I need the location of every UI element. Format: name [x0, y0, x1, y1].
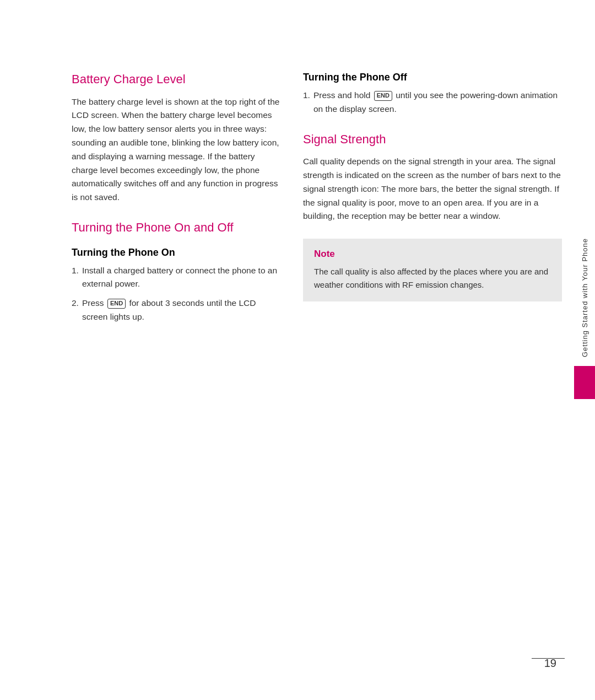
step2-prefix: Press	[82, 298, 104, 308]
signal-strength-section: Signal Strength Call quality depends on …	[303, 132, 562, 224]
step1-num: 1.	[72, 264, 79, 292]
sidebar-tab: Getting Started with Your Phone	[574, 231, 595, 399]
step2-num: 2.	[72, 297, 79, 324]
battery-charge-body: The battery charge level is shown at the…	[72, 95, 281, 204]
signal-strength-heading: Signal Strength	[303, 132, 562, 148]
turning-on-off-heading: Turning the Phone On and Off	[72, 220, 281, 236]
turning-on-step2: 2. Press END for about 3 seconds until t…	[72, 297, 281, 324]
off-step1-prefix: Press and hold	[313, 90, 370, 100]
end-icon-step2: END	[107, 299, 126, 308]
page-number: 19	[544, 657, 556, 670]
signal-strength-body: Call quality depends on the signal stren…	[303, 155, 562, 223]
sidebar-accent	[574, 366, 595, 399]
end-icon-off: END	[374, 91, 392, 100]
off-step1-num: 1.	[303, 89, 310, 116]
turning-on-step1: 1. Install a charged battery or connect …	[72, 264, 281, 292]
note-box: Note The call quality is also affected b…	[303, 239, 562, 301]
main-content: Battery Charge Level The battery charge …	[0, 0, 595, 700]
turning-off-heading: Turning the Phone Off	[303, 72, 562, 83]
battery-charge-heading: Battery Charge Level	[72, 72, 281, 88]
note-heading: Note	[314, 249, 551, 260]
turning-off-section: Turning the Phone Off 1. Press and hold …	[303, 72, 562, 116]
turning-off-list: 1. Press and hold END until you see the …	[303, 89, 562, 116]
off-step1-content: Press and hold END until you see the pow…	[313, 89, 562, 116]
note-body: The call quality is also affected by the…	[314, 265, 551, 292]
right-column: Turning the Phone Off 1. Press and hold …	[303, 72, 562, 667]
step1-text: Install a charged battery or connect the…	[82, 264, 281, 292]
turning-off-step1: 1. Press and hold END until you see the …	[303, 89, 562, 116]
turning-on-subheading: Turning the Phone On	[72, 247, 281, 259]
page-container: Battery Charge Level The battery charge …	[0, 0, 595, 700]
sidebar-tab-text: Getting Started with Your Phone	[581, 231, 589, 364]
turning-on-off-section: Turning the Phone On and Off Turning the…	[72, 220, 281, 324]
turning-on-list: 1. Install a charged battery or connect …	[72, 264, 281, 324]
step2-content: Press END for about 3 seconds until the …	[82, 297, 281, 324]
left-column: Battery Charge Level The battery charge …	[72, 72, 281, 667]
battery-charge-section: Battery Charge Level The battery charge …	[72, 72, 281, 204]
